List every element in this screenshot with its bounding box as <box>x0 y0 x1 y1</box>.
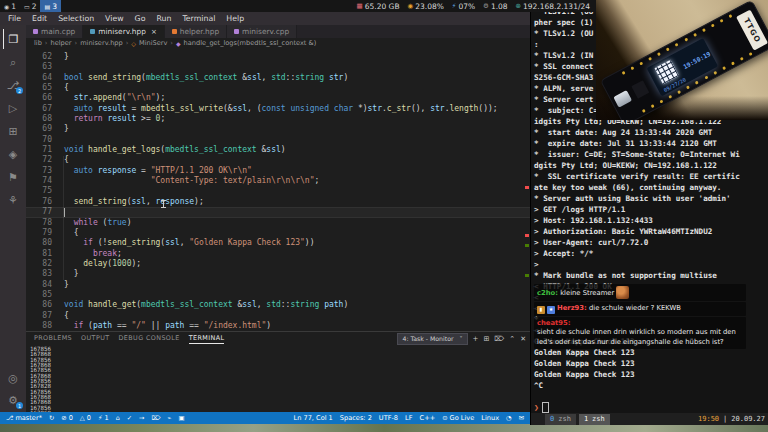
code-line[interactable]: 83 } <box>26 269 530 279</box>
split-terminal-button[interactable]: ⊞ <box>483 335 489 343</box>
breadcrumb-item[interactable]: lib <box>34 39 42 47</box>
status-check[interactable]: ✓ <box>127 414 132 422</box>
status-go-live[interactable]: ⊙Go Live <box>442 414 474 422</box>
workspace-button-3[interactable]: ▤3 <box>40 0 60 12</box>
close-panel-button[interactable]: ✕ <box>520 335 526 343</box>
breadcrumb[interactable]: lib›helper›miniserv.hpp›◇MiniServ›◆handl… <box>26 38 530 48</box>
maximize-panel-button[interactable]: ⌃ <box>509 335 515 343</box>
code-editor[interactable]: 62}6364bool send_string(mbedtls_ssl_cont… <box>26 48 530 335</box>
breadcrumb-item[interactable]: miniserv.hpp <box>80 39 123 47</box>
status-ln-77-col-1[interactable]: Ln 77, Col 1 <box>294 414 333 422</box>
status-utf-8[interactable]: UTF-8 <box>379 414 398 422</box>
code-line[interactable]: 63 <box>26 62 530 72</box>
status-lf[interactable]: LF <box>405 414 412 422</box>
code-line[interactable]: 70 <box>26 135 530 145</box>
code-line[interactable]: 71void handle_get_logs(mbedtls_ssl_conte… <box>26 145 530 155</box>
tab-helper.hpp[interactable]: helper.hpp <box>165 25 227 38</box>
menu-item-file[interactable]: File <box>8 14 21 23</box>
menu-item-edit[interactable]: Edit <box>32 14 47 23</box>
workspace-button-2[interactable]: ▭2 <box>20 0 40 12</box>
code-line[interactable]: 73 auto response = "HTTP/1.1 200 OK\r\n" <box>26 166 530 176</box>
code-line[interactable]: 84} <box>26 280 530 290</box>
terminal-picker-dropdown[interactable]: 4: Task - Monitor ˅ <box>397 333 467 345</box>
shell-tab-1[interactable]: 1zsh <box>579 414 610 425</box>
token: str <box>368 104 382 113</box>
code-line[interactable]: 80 if (!send_string(ssl, "Golden Kappa C… <box>26 238 530 248</box>
code-line[interactable]: 72{ <box>26 155 530 165</box>
code-line[interactable]: 67 auto result = mbedtls_ssl_write(&ssl,… <box>26 104 530 114</box>
status-c-[interactable]: C++ <box>420 414 436 422</box>
account-icon[interactable]: ◎ <box>3 368 23 388</box>
code-line[interactable]: 74 "Content-Type: text/plain\r\n\r\n"; <box>26 176 530 186</box>
code-line[interactable]: 75 <box>26 186 530 196</box>
status-linux[interactable]: Linux <box>481 414 499 422</box>
status-bolt[interactable]: ⚡1 <box>98 414 109 422</box>
token: ()); <box>478 104 497 113</box>
status-feedback[interactable]: ✉ <box>519 414 524 422</box>
terminal-output[interactable]: 1678561678681678561678681678561678681678… <box>26 345 530 416</box>
panel-tab-terminal[interactable]: TERMINAL <box>189 334 225 344</box>
search-icon[interactable]: ⌕ <box>3 52 23 72</box>
panel-tab-output[interactable]: OUTPUT <box>81 334 109 344</box>
status-terminal-box[interactable]: ▣ <box>178 414 184 422</box>
code-line[interactable]: 64bool send_string(mbedtls_ssl_context &… <box>26 73 530 83</box>
new-terminal-button[interactable]: + <box>473 335 479 343</box>
status-home[interactable]: ⌂ <box>116 414 120 422</box>
bolt-icon: ⚡ <box>98 414 103 422</box>
line-number: 68 <box>26 114 52 124</box>
panel-tab-problems[interactable]: PROBLEMS <box>34 334 72 344</box>
menu-item-view[interactable]: View <box>105 14 124 23</box>
extensions-icon[interactable]: ⊞ <box>3 121 23 141</box>
panel-tab-debug-console[interactable]: DEBUG CONSOLE <box>119 334 180 344</box>
code-line[interactable]: 86void handle_get(mbedtls_ssl_context &s… <box>26 300 530 310</box>
token: str <box>329 73 343 82</box>
code-line[interactable]: 78 while (true) <box>26 218 530 228</box>
status-plug[interactable]: ⌁ <box>168 414 172 422</box>
tab-miniserv.hpp[interactable]: miniserv.hpp× <box>83 25 165 38</box>
breadcrumb-item[interactable]: MiniServ <box>139 39 167 47</box>
menu-item-go[interactable]: Go <box>135 14 146 23</box>
run-debug-icon[interactable]: ▷ <box>3 98 23 118</box>
source-control-icon[interactable]: ⎇2 <box>3 75 23 95</box>
status-warning[interactable]: △0 <box>80 414 91 422</box>
status-branch[interactable]: ⎇master* <box>6 414 42 422</box>
menu-item-run[interactable]: Run <box>156 14 171 23</box>
token: path <box>165 321 184 330</box>
code-line[interactable]: 69} <box>26 124 530 134</box>
breadcrumb-item[interactable]: handle_get_logs(mbedtls_ssl_context &) <box>184 39 317 47</box>
tab-main.cpp[interactable]: main.cpp <box>26 25 83 38</box>
code-line[interactable]: 76 send_string(ssl, response); <box>26 197 530 207</box>
pin-dot <box>749 52 753 56</box>
close-icon[interactable]: × <box>151 28 157 36</box>
status-error[interactable]: ⊘0 <box>61 414 73 422</box>
breadcrumb-item[interactable]: helper <box>51 39 72 47</box>
status-spaces-2[interactable]: Spaces: 2 <box>340 414 372 422</box>
code-line[interactable]: 88 if (path == "/" || path == "/index.ht… <box>26 321 530 331</box>
code-line[interactable]: 79 { <box>26 228 530 238</box>
code-line[interactable]: 66 str.append("\r\n"); <box>26 93 530 103</box>
tab-miniserv.cpp[interactable]: miniserv.cpp <box>227 25 297 38</box>
menu-item-terminal[interactable]: Terminal <box>182 14 215 23</box>
bookmarks-icon[interactable]: ⚑ <box>3 167 23 187</box>
code-line[interactable]: 85 <box>26 290 530 300</box>
status-sync[interactable]: ↻ <box>49 414 54 422</box>
explorer-icon[interactable]: ❐ <box>3 29 24 49</box>
platformio-icon[interactable]: ⚘ <box>3 190 23 210</box>
code-line[interactable]: 87{ <box>26 311 530 321</box>
status-bell[interactable]: ◔ <box>506 414 512 422</box>
code-line[interactable]: 82 delay(1000); <box>26 259 530 269</box>
pin-dot <box>731 62 735 66</box>
status-arrow-right[interactable]: → <box>139 414 144 422</box>
code-line[interactable]: 62} <box>26 52 530 62</box>
settings-gear-icon[interactable]: ⚙1 <box>3 390 23 410</box>
workspace-button-1[interactable]: ◉1 <box>0 0 20 12</box>
code-line[interactable]: 81 break; <box>26 249 530 259</box>
status-trash[interactable]: ⌦ <box>151 414 160 422</box>
kill-terminal-button[interactable]: ⌦ <box>494 335 504 343</box>
test-icon[interactable]: ◈ <box>3 144 23 164</box>
code-line[interactable]: 68 return result >= 0; <box>26 114 530 124</box>
code-line[interactable]: 65{ <box>26 83 530 93</box>
menu-item-help[interactable]: Help <box>226 14 244 23</box>
menu-item-selection[interactable]: Selection <box>58 14 94 23</box>
shell-tab-0[interactable]: 0zsh <box>545 414 576 425</box>
